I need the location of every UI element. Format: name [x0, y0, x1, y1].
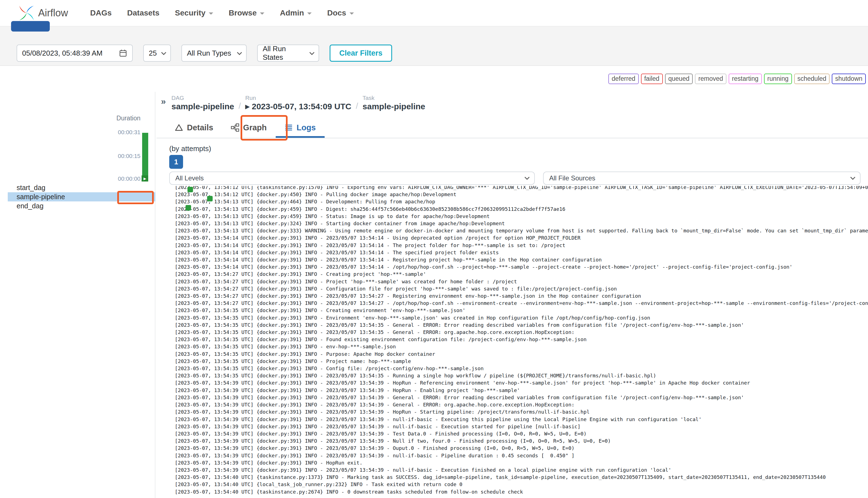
- breadcrumb-dag-label: DAG: [171, 95, 234, 101]
- chevron-down-icon: [309, 52, 315, 56]
- log-line: [2023-05-07, 13:54:35 UTC] {docker.py:39…: [175, 336, 868, 343]
- log-line: [2023-05-07, 13:54:35 UTC] {docker.py:39…: [175, 351, 868, 358]
- run-types-value: All Run Types: [187, 49, 231, 57]
- status-badge-removed[interactable]: removed: [695, 74, 726, 84]
- log-line: [2023-05-07, 13:54:40 UTC] {local_task_j…: [175, 481, 868, 488]
- attempt-1-button[interactable]: 1: [169, 155, 183, 169]
- task-row-end-dag[interactable]: end_dag: [0, 201, 156, 211]
- log-line: [2023-05-07, 13:54:39 UTC] {docker.py:39…: [175, 401, 868, 408]
- selected-run-marker[interactable]: ▶: [142, 175, 148, 182]
- base-date-input[interactable]: 05/08/2023, 05:48:39 AM: [17, 44, 133, 62]
- log-line: [2023-05-07, 13:54:12 UTC] {taskinstance…: [175, 186, 868, 191]
- run-states-value: All Run States: [263, 44, 305, 62]
- task-instance-square[interactable]: [187, 187, 193, 192]
- status-badge-failed[interactable]: failed: [641, 74, 663, 84]
- log-line: [2023-05-07, 13:54:40 UTC] {taskinstance…: [175, 474, 868, 481]
- airflow-grid-page: Airflow DAGs Datasets Security Browse Ad…: [0, 0, 868, 498]
- log-line: [2023-05-07, 13:54:27 UTC] {docker.py:39…: [175, 278, 868, 285]
- task-name: sample-pipeline: [0, 193, 65, 201]
- scrolled-primary-button-fragment[interactable]: [11, 21, 50, 31]
- tab-label: Graph: [243, 123, 267, 132]
- nav-item-dags[interactable]: DAGs: [82, 3, 119, 23]
- status-badge-deferred[interactable]: deferred: [608, 74, 639, 84]
- nav-item-docs[interactable]: Docs: [319, 3, 361, 23]
- log-file-sources-select[interactable]: All File Sources: [543, 172, 860, 185]
- manual-run-play-icon: ▶: [245, 103, 250, 110]
- status-badge-scheduled[interactable]: scheduled: [794, 74, 830, 84]
- airflow-brand-link[interactable]: Airflow: [0, 5, 68, 21]
- detail-tabs: Details Graph Logs: [157, 117, 868, 138]
- chevron-down-icon: [237, 52, 242, 56]
- log-line: [2023-05-07, 13:54:39 UTC] {docker.py:39…: [175, 387, 868, 394]
- log-line: [2023-05-07, 13:54:39 UTC] {docker.py:39…: [175, 394, 868, 401]
- status-legend: deferred failed queued removed restartin…: [608, 74, 868, 84]
- nav-item-datasets[interactable]: Datasets: [119, 3, 167, 23]
- breadcrumb-task-label: Task: [362, 95, 425, 101]
- task-row-sample-pipeline[interactable]: sample-pipeline: [0, 192, 156, 201]
- chevron-down-icon: [524, 176, 530, 180]
- nav-label: Browse: [229, 9, 257, 17]
- tab-details[interactable]: Details: [166, 117, 222, 138]
- log-line: [2023-05-07, 13:54:13 UTC] {docker.py:46…: [175, 198, 868, 205]
- dag-run-duration-bar[interactable]: [142, 133, 148, 176]
- log-line: [2023-05-07, 13:54:39 UTC] {docker.py:39…: [175, 379, 868, 386]
- log-line: [2023-05-07, 13:54:39 UTC] {docker.py:39…: [175, 459, 868, 467]
- log-line: [2023-05-07, 13:54:13 UTC] {docker.py:45…: [175, 206, 868, 213]
- chevron-down-icon: [161, 52, 166, 56]
- chevron-down-icon: [850, 176, 856, 180]
- task-instance-square[interactable]: [186, 205, 191, 211]
- log-line: [2023-05-07, 13:54:35 UTC] {docker.py:39…: [175, 314, 868, 322]
- log-line: [2023-05-07, 13:54:14 UTC] {docker.py:39…: [175, 242, 868, 249]
- breadcrumb-run-value[interactable]: ▶2023-05-07, 13:54:09 UTC: [245, 102, 351, 111]
- nav-item-admin[interactable]: Admin: [272, 3, 319, 23]
- log-line: [2023-05-07, 13:54:40 UTC] {taskinstance…: [175, 488, 868, 496]
- log-sources-value: All File Sources: [549, 174, 595, 182]
- log-line: [2023-05-07, 13:54:35 UTC] {docker.py:39…: [175, 329, 868, 336]
- task-row-start-dag[interactable]: start_dag: [0, 183, 156, 192]
- log-line: [2023-05-07, 13:54:39 UTC] {docker.py:39…: [175, 430, 868, 437]
- breadcrumb-task-value[interactable]: sample-pipeline: [362, 102, 425, 111]
- breadcrumb-dag-value[interactable]: sample-pipeline: [171, 102, 234, 111]
- nav-item-security[interactable]: Security: [167, 3, 221, 23]
- calendar-icon: [119, 49, 127, 57]
- nav-item-browse[interactable]: Browse: [221, 3, 272, 23]
- log-line: [2023-05-07, 13:54:14 UTC] {docker.py:39…: [175, 256, 868, 263]
- nav-label: Security: [175, 9, 206, 17]
- clear-filters-button[interactable]: Clear Filters: [330, 44, 392, 62]
- log-output[interactable]: [2023-05-07, 13:54:12 UTC] {taskinstance…: [175, 186, 868, 496]
- run-states-select[interactable]: All Run States: [257, 44, 319, 62]
- log-line: [2023-05-07, 13:54:13 UTC] {docker.py:45…: [175, 213, 868, 220]
- log-levels-select[interactable]: All Levels: [169, 172, 535, 185]
- log-line: [2023-05-07, 13:54:14 UTC] {docker.py:39…: [175, 234, 868, 241]
- log-line: [2023-05-07, 13:54:39 UTC] {docker.py:39…: [175, 452, 868, 459]
- task-list: start_dag sample-pipeline end_dag: [0, 183, 156, 211]
- duration-tick: 00:00:00: [0, 175, 141, 182]
- num-runs-value: 25: [149, 49, 157, 57]
- log-line: [2023-05-07, 13:54:14 UTC] {docker.py:39…: [175, 263, 868, 271]
- status-badge-queued[interactable]: queued: [665, 74, 693, 84]
- log-levels-value: All Levels: [175, 174, 204, 182]
- status-badge-running[interactable]: running: [764, 74, 792, 84]
- log-line: [2023-05-07, 13:54:35 UTC] {docker.py:39…: [175, 358, 868, 365]
- status-badge-restarting[interactable]: restarting: [729, 74, 762, 84]
- chevron-down-icon: [209, 12, 213, 15]
- log-line: [2023-05-07, 13:54:27 UTC] {docker.py:39…: [175, 271, 868, 278]
- num-runs-select[interactable]: 25: [143, 44, 171, 62]
- tab-logs[interactable]: Logs: [276, 117, 325, 138]
- task-instance-square[interactable]: [207, 196, 213, 201]
- tab-graph[interactable]: Graph: [222, 117, 276, 138]
- log-line: [2023-05-07, 13:54:39 UTC] {docker.py:39…: [175, 467, 868, 474]
- log-line: [2023-05-07, 13:54:13 UTC] {docker.py:32…: [175, 220, 868, 227]
- expand-panel-icon[interactable]: »: [161, 96, 165, 106]
- log-line: [2023-05-07, 13:54:27 UTC] {docker.py:39…: [175, 285, 868, 292]
- task-name: start_dag: [0, 184, 45, 192]
- duration-tick: 00:00:31: [0, 129, 141, 135]
- chevron-down-icon: [260, 12, 264, 15]
- nav-label: DAGs: [90, 9, 112, 17]
- by-attempts-label: (by attempts): [169, 144, 211, 153]
- chevron-down-icon: [349, 12, 354, 15]
- status-badge-shutdown[interactable]: shutdown: [832, 74, 866, 84]
- run-timestamp: 2023-05-07, 13:54:09 UTC: [252, 102, 351, 111]
- run-types-select[interactable]: All Run Types: [182, 44, 246, 62]
- breadcrumb-separator: /: [356, 101, 358, 111]
